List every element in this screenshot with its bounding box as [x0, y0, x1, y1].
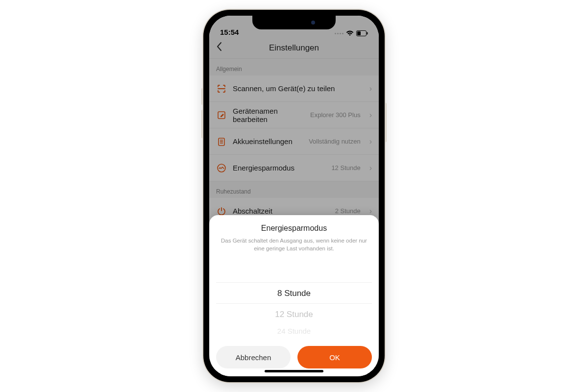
screen: 15:54 Einstellungen: [209, 16, 379, 376]
cancel-button[interactable]: Abbrechen: [216, 346, 291, 368]
picker-option[interactable]: 24 Stunde: [216, 325, 372, 337]
ok-button[interactable]: OK: [297, 346, 372, 368]
duration-picker[interactable]: 8 Stunde 12 Stunde 24 Stunde: [216, 282, 372, 337]
home-indicator[interactable]: [265, 370, 323, 372]
power-button: [385, 103, 387, 142]
front-camera: [311, 21, 315, 24]
picker-option[interactable]: 12 Stunde: [216, 304, 372, 325]
sheet-description: Das Gerät schaltet den Ausgang aus, wenn…: [216, 237, 372, 253]
sheet-title: Energiesparmodus: [216, 224, 372, 233]
volume-down-button: [201, 110, 203, 138]
energy-mode-sheet: Energiesparmodus Das Gerät schaltet den …: [209, 215, 379, 376]
picker-option-selected[interactable]: 8 Stunde: [216, 282, 372, 304]
volume-up-button: [201, 88, 203, 105]
phone-frame: 15:54 Einstellungen: [203, 10, 385, 382]
notch: [252, 16, 336, 29]
